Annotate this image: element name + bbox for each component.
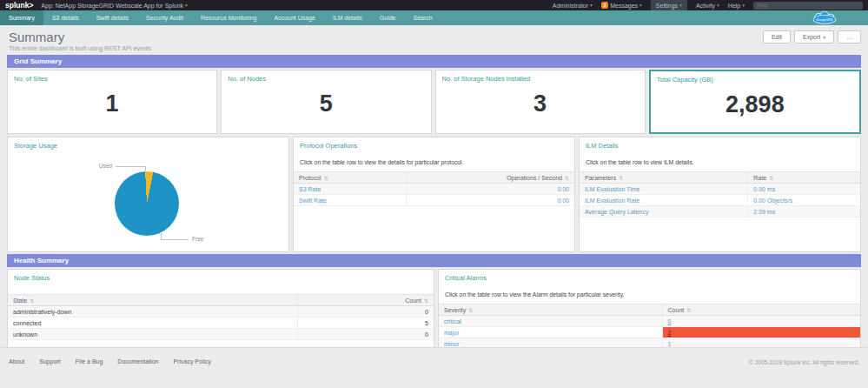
pie-label-free: Free xyxy=(192,236,203,242)
footer-link-documentation[interactable]: Documentation xyxy=(117,358,158,365)
chevron-down-icon: ▾ xyxy=(742,3,745,8)
table-cell: unknown xyxy=(8,329,297,340)
column-header-count[interactable]: Count⇅ xyxy=(297,295,434,306)
edit-button[interactable]: Edit xyxy=(763,30,791,43)
footer: About Support File a Bug Documentation P… xyxy=(0,347,868,388)
table-row[interactable]: ILM Evaluation Time0.00 ms xyxy=(580,184,860,195)
tab-swift-details[interactable]: Swift details xyxy=(88,10,137,25)
activity-menu-label: Activity xyxy=(696,3,715,9)
table-cell[interactable]: Average Query Latency xyxy=(580,206,748,217)
column-header-state[interactable]: State⇅ xyxy=(8,295,297,306)
leader-line xyxy=(116,166,145,167)
middle-panel-row: Storage Usage Used Free Protocol Operati… xyxy=(7,137,861,252)
app-navbar: Summary S3 details Swift details Securit… xyxy=(0,10,868,25)
table-cell[interactable]: ILM Evaluation Time xyxy=(580,184,748,195)
storage-usage-chart: Used Free xyxy=(8,137,288,251)
stat-panel-nodes: No. of Nodes 5 xyxy=(221,70,431,134)
column-header-parameters[interactable]: Parameters⇅ xyxy=(580,172,748,184)
table-cell[interactable]: 2.09 ms xyxy=(748,206,860,217)
panel-title: Critical Alarms xyxy=(439,270,860,282)
table-cell[interactable]: 0.00 xyxy=(406,195,574,206)
table-cell[interactable]: ILM Evaluation Rate xyxy=(580,195,748,206)
column-header-protocol[interactable]: Protocol⇅ xyxy=(294,172,406,184)
user-menu[interactable]: Administrator ▾ xyxy=(553,0,593,10)
help-menu-label: Help xyxy=(728,3,740,9)
storage-usage-pie[interactable] xyxy=(115,171,179,236)
tab-account-usage[interactable]: Account Usage xyxy=(265,10,323,25)
column-header-operations-per-second[interactable]: Operations / Second⇅ xyxy=(406,172,574,184)
panel-title: Protocol Operations xyxy=(294,137,574,150)
table-cell[interactable]: 2 xyxy=(662,327,860,338)
sort-icon: ⇅ xyxy=(468,308,473,313)
protocol-operations-table: Protocol⇅ Operations / Second⇅ S3 Rate0.… xyxy=(294,171,574,206)
node-status-table: State⇅ Count⇅ administratively-down0conn… xyxy=(8,294,434,340)
footer-link-support[interactable]: Support xyxy=(39,358,61,365)
stat-value-sites: 1 xyxy=(8,90,216,117)
sort-icon: ⇅ xyxy=(565,176,569,181)
storage-usage-panel: Storage Usage Used Free xyxy=(7,137,289,252)
footer-link-about[interactable]: About xyxy=(9,358,24,365)
sort-icon: ⇅ xyxy=(769,176,773,181)
panel-title: No. of Sites xyxy=(8,70,216,83)
page-subtitle: This entire dashboard is built using RES… xyxy=(9,45,859,51)
sort-icon: ⇅ xyxy=(324,176,328,181)
stat-value-storage-nodes: 3 xyxy=(436,90,645,117)
table-row[interactable]: Swift Rate0.00 xyxy=(294,195,574,206)
table-row[interactable]: major2 xyxy=(439,327,860,338)
table-row[interactable]: ILM Evaluation Rate0.00 Objects/s xyxy=(580,195,860,206)
find-input[interactable] xyxy=(753,2,863,10)
stat-panel-storage-nodes: No. of Storage Nodes installed 3 xyxy=(435,70,646,134)
table-cell[interactable]: Swift Rate xyxy=(294,195,406,206)
app-menu[interactable]: App: NetApp StorageGRID Webscale App for… xyxy=(41,0,187,10)
table-row[interactable]: critical0 xyxy=(439,316,860,327)
critical-alarms-panel: Critical Alarms Click on the table row t… xyxy=(438,269,861,355)
table-cell: connected xyxy=(8,318,297,329)
table-cell: 0 xyxy=(297,329,434,340)
tab-s3-details[interactable]: S3 details xyxy=(43,10,88,25)
sort-icon: ⇅ xyxy=(686,308,691,313)
table-row: unknown0 xyxy=(8,329,434,340)
chevron-down-icon: ▾ xyxy=(639,3,642,8)
stat-panel-total-capacity: Total Capacity (GB) 2,898 xyxy=(649,70,861,134)
ilm-details-panel: ILM Details Click on the table row to vi… xyxy=(579,137,861,252)
tab-search[interactable]: Search xyxy=(405,10,441,25)
tab-resource-monitoring[interactable]: Resource Monitoring xyxy=(192,10,266,25)
grid-summary-band: Grid Summary xyxy=(7,55,861,68)
chevron-down-icon: ▾ xyxy=(823,35,825,40)
export-button[interactable]: Export ▾ xyxy=(794,30,834,43)
messages-menu[interactable]: 3 Messages ▾ xyxy=(601,0,642,10)
help-menu[interactable]: Help ▾ xyxy=(728,0,745,10)
table-cell[interactable]: S3 Rate xyxy=(294,184,406,195)
svg-text:StorageGRID: StorageGRID xyxy=(816,18,833,22)
table-row[interactable]: S3 Rate0.00 xyxy=(294,184,574,195)
footer-link-privacy-policy[interactable]: Privacy Policy xyxy=(173,358,211,365)
table-cell[interactable]: critical xyxy=(439,316,662,327)
tab-ilm-details[interactable]: ILM details xyxy=(324,10,371,25)
table-cell[interactable]: 0.00 ms xyxy=(748,184,860,195)
activity-menu[interactable]: Activity ▾ xyxy=(696,0,719,10)
more-button[interactable]: … xyxy=(838,30,861,43)
sort-icon: ⇅ xyxy=(30,298,34,304)
stat-value-nodes: 5 xyxy=(222,90,430,117)
column-header-rate[interactable]: Rate⇅ xyxy=(748,172,860,184)
tab-summary[interactable]: Summary xyxy=(0,10,43,25)
settings-menu[interactable]: Settings ▾ xyxy=(651,0,687,10)
table-cell[interactable]: 0.00 xyxy=(406,184,574,195)
table-row[interactable]: Average Query Latency2.09 ms xyxy=(580,206,860,217)
table-row: connected5 xyxy=(8,318,434,329)
panel-description: Click on the table row to view ILM detai… xyxy=(580,150,860,171)
tab-security-audit[interactable]: Security Audit xyxy=(137,10,192,25)
tab-guide[interactable]: Guide xyxy=(371,10,405,25)
leader-line xyxy=(145,166,146,172)
splunk-logo: splunk> xyxy=(5,1,33,10)
footer-link-file-a-bug[interactable]: File a Bug xyxy=(76,358,103,365)
dashboard-header: Summary This entire dashboard is built u… xyxy=(0,25,868,53)
table-cell[interactable]: 0.00 Objects/s xyxy=(748,195,860,206)
table-cell[interactable]: 0 xyxy=(662,316,860,327)
page-title: Summary xyxy=(9,30,859,44)
panel-title: Node Status xyxy=(8,270,434,282)
column-header-severity[interactable]: Severity⇅ xyxy=(439,304,662,316)
column-header-count[interactable]: Count⇅ xyxy=(662,304,860,316)
app-menu-label: App: NetApp StorageGRID Webscale App for… xyxy=(41,3,183,9)
table-cell[interactable]: major xyxy=(439,327,662,338)
